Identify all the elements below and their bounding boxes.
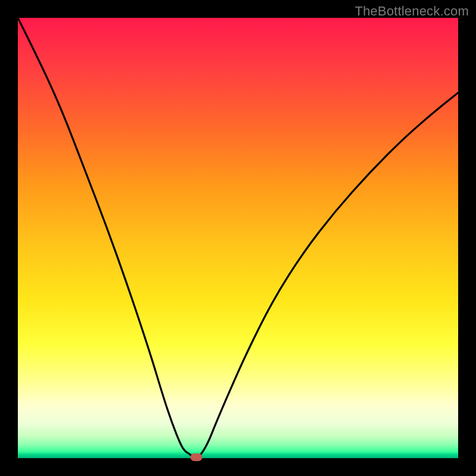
watermark-text: TheBottleneck.com	[355, 4, 469, 19]
chart-frame: TheBottleneck.com	[0, 0, 476, 476]
optimal-point-marker	[190, 453, 202, 461]
bottleneck-curve	[18, 18, 458, 458]
curve-layer	[18, 18, 458, 458]
plot-area	[18, 18, 458, 458]
